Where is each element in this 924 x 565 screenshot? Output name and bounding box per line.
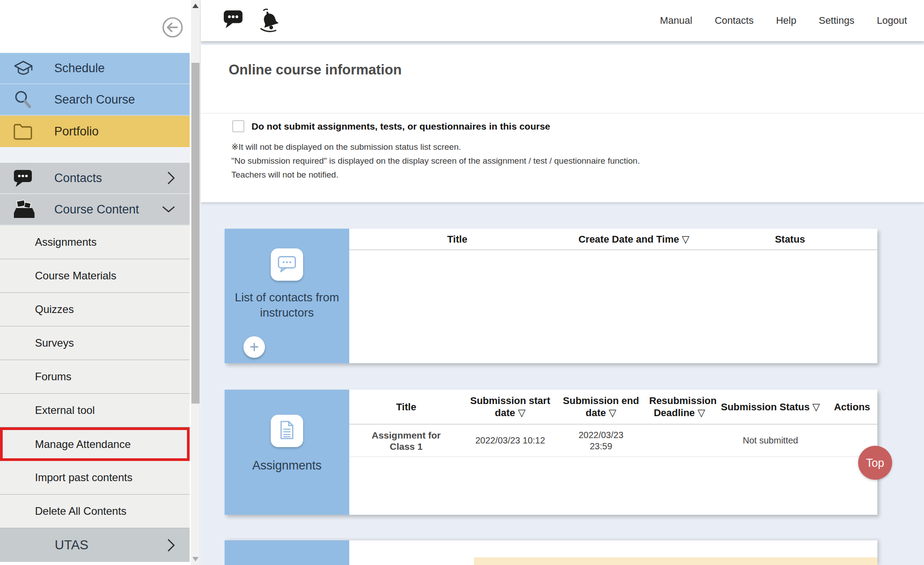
chevron-right-icon (166, 538, 176, 553)
messages-button[interactable] (222, 7, 244, 30)
column-header-resubmission-deadline-sort[interactable]: Resubmission Deadline ▽ (645, 395, 714, 419)
sidebar-item-course-content[interactable]: Course Content (0, 194, 190, 226)
column-header-submission-end-sort[interactable]: Submission end date ▽ (557, 395, 645, 419)
chat-bubble-icon (222, 23, 244, 30)
assignments-card: Assignments Title Submission start date … (225, 390, 877, 515)
link-settings[interactable]: Settings (819, 15, 855, 26)
sidebar-item-forums[interactable]: Forums (0, 360, 190, 394)
table-row: Assignment for Class 1 2022/03/23 10:12 … (349, 425, 877, 457)
sidebar-item-assignments[interactable]: Assignments (0, 226, 190, 259)
sidebar-item-label: Course Materials (35, 269, 116, 282)
sidebar-item-label: Search Course (54, 93, 135, 107)
scrollbar-up-arrow-icon[interactable] (192, 4, 199, 8)
sidebar-item-label: Surveys (35, 337, 74, 349)
assignment-title-link[interactable]: Assignment for Class 1 (349, 430, 463, 452)
sidebar-item-surveys[interactable]: Surveys (0, 326, 190, 360)
no-submit-checkbox-row: Do not submit assignments, tests, or que… (232, 120, 550, 132)
document-icon (278, 420, 296, 442)
assignments-table-header: Title Submission start date ▽ Submission… (349, 390, 877, 425)
sidebar-menu: Schedule Search Course Portfolio (0, 53, 190, 562)
assignments-card-label: Assignments (225, 458, 349, 473)
column-header-create-date-sort[interactable]: Create Date and Time ▽ (565, 233, 703, 245)
sidebar-item-manage-attendance[interactable]: Manage Attendance (0, 427, 190, 461)
column-header-submission-start-sort[interactable]: Submission start date ▽ (463, 395, 557, 419)
add-contact-button[interactable]: + (243, 336, 265, 358)
link-contacts[interactable]: Contacts (715, 15, 754, 26)
chat-bubble-icon (13, 169, 33, 187)
online-course-info-panel: Online course information Do not submit … (201, 45, 924, 202)
sidebar-item-import-past-contents[interactable]: Import past contents (0, 461, 190, 495)
note-line: "No submission required" is displayed on… (231, 154, 640, 168)
chat-bubble-outline-icon (277, 254, 297, 275)
contacts-from-instructors-card: List of contacts from instructors + Titl… (225, 229, 877, 363)
notifications-button[interactable] (256, 7, 282, 35)
note-line: Teachers will not be notified. (231, 168, 640, 182)
sidebar-item-label: Schedule (54, 61, 105, 75)
scrollbar-thumb[interactable] (191, 63, 200, 404)
assignments-card-iconbox (271, 415, 303, 447)
next-section-card-partial (225, 540, 877, 565)
sidebar-item-quizzes[interactable]: Quizzes (0, 293, 190, 326)
contacts-card-label: List of contacts from instructors (225, 290, 349, 320)
folder-icon (13, 122, 33, 140)
sidebar-collapse-button[interactable] (161, 15, 185, 39)
submission-start-cell: 2022/03/23 10:12 (463, 435, 557, 446)
contacts-table-header: Title Create Date and Time ▽ Status (349, 229, 877, 250)
top-bar-links: Manual Contacts Help Settings Logout (660, 0, 907, 41)
highlighted-row-partial (474, 557, 877, 565)
submission-status-cell: Not submitted (714, 435, 827, 446)
sidebar-item-label: External tool (35, 404, 95, 417)
sidebar-item-label: Quizzes (35, 303, 74, 316)
column-header-title: Title (349, 233, 565, 245)
next-card-side-panel (225, 540, 349, 565)
graduation-cap-icon (13, 58, 34, 78)
next-card-table (349, 540, 877, 565)
chevron-down-icon (161, 205, 176, 214)
main-area: Manual Contacts Help Settings Logout Onl… (201, 0, 924, 565)
column-header-actions: Actions (827, 401, 877, 413)
page-title: Online course information (229, 62, 402, 78)
sidebar-item-label: Manage Attendance (35, 438, 131, 451)
divider (201, 113, 924, 113)
sidebar-item-delete-all-contents[interactable]: Delete All Contents (0, 495, 190, 528)
no-submit-checkbox[interactable] (232, 120, 244, 132)
sidebar-item-contacts[interactable]: Contacts (0, 163, 190, 194)
sidebar-item-search-course[interactable]: Search Course (0, 84, 190, 116)
sidebar: Schedule Search Course Portfolio (0, 0, 190, 565)
checkbox-notes: ※It will not be displayed on the submiss… (231, 140, 640, 182)
sidebar-item-course-materials[interactable]: Course Materials (0, 259, 190, 293)
column-header-status: Status (703, 233, 877, 245)
sidebar-item-utas[interactable]: UTAS (0, 528, 190, 562)
sidebar-item-schedule[interactable]: Schedule (0, 53, 190, 84)
contacts-card-side-panel: List of contacts from instructors + (225, 229, 349, 363)
top-bar-icons (222, 7, 282, 35)
link-logout[interactable]: Logout (877, 15, 907, 26)
column-header-title: Title (349, 401, 463, 413)
link-manual[interactable]: Manual (660, 15, 692, 26)
sidebar-item-label: Delete All Contents (35, 505, 126, 517)
top-bar: Manual Contacts Help Settings Logout (201, 0, 924, 41)
lms-screen: Schedule Search Course Portfolio (0, 0, 924, 565)
assignments-table: Title Submission start date ▽ Submission… (349, 390, 877, 515)
submission-end-cell: 2022/03/23 23:59 (557, 430, 645, 452)
sidebar-group-divider (0, 147, 190, 163)
sidebar-item-label: Contacts (54, 171, 102, 185)
sidebar-item-label: Portfolio (54, 125, 99, 139)
sidebar-item-portfolio[interactable]: Portfolio (0, 116, 190, 147)
bell-icon (256, 28, 282, 35)
sidebar-item-external-tool[interactable]: External tool (0, 394, 190, 427)
scrollbar-down-arrow-icon[interactable] (192, 557, 199, 561)
course-content-box-icon (13, 199, 36, 220)
no-submit-checkbox-label: Do not submit assignments, tests, or que… (252, 121, 550, 132)
sidebar-scrollbar[interactable] (191, 0, 200, 565)
chevron-right-icon (166, 170, 176, 186)
column-header-submission-status-sort[interactable]: Submission Status ▽ (714, 401, 827, 413)
sidebar-item-label: Forums (35, 370, 71, 383)
search-icon (13, 89, 33, 110)
back-arrow-icon (161, 34, 185, 41)
link-help[interactable]: Help (776, 15, 796, 26)
sidebar-item-label: Import past contents (35, 471, 132, 484)
contacts-table: Title Create Date and Time ▽ Status (349, 229, 877, 363)
note-line: ※It will not be displayed on the submiss… (231, 140, 640, 154)
scroll-to-top-button[interactable]: Top (858, 446, 892, 480)
